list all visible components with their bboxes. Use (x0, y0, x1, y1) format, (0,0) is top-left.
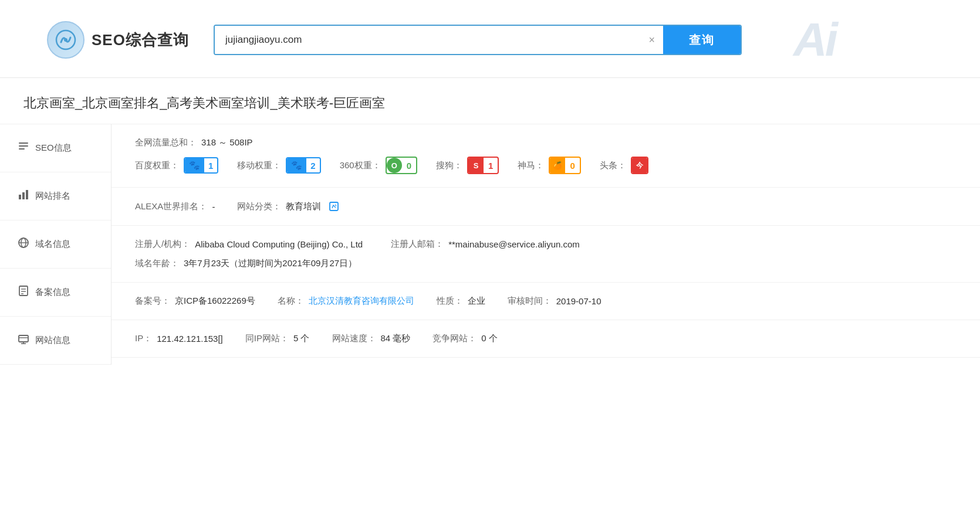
sogou-icon: S (468, 158, 484, 173)
sidebar-item-rank[interactable]: 网站排名 (0, 172, 111, 220)
website-section: IP： 121.42.121.153[] 同IP网站： 5 个 网站速度： 84… (111, 320, 980, 358)
rank-row: ALEXA世界排名： - 网站分类： 教育培训 (135, 201, 957, 212)
traffic-label: 全网流量总和： (135, 137, 197, 148)
logo-title: SEO综合查询 (92, 30, 189, 50)
baidu-label: 百度权重： (135, 160, 179, 171)
mobile-badge: 🐾 2 (286, 157, 320, 174)
mobile-icon: 🐾 (287, 158, 306, 172)
shenma-label: 神马： (518, 160, 544, 171)
mobile-num: 2 (306, 159, 319, 172)
traffic-row: 全网流量总和： 318 ～ 508IP (135, 137, 957, 148)
registrant-value: Alibaba Cloud Computing (Beijing) Co., L… (195, 239, 363, 249)
domain-section: 注册人/机构： Alibaba Cloud Computing (Beijing… (111, 226, 980, 283)
toutiao-label: 头条： (600, 160, 626, 171)
ip-value: 121.42.121.153[] (157, 334, 223, 344)
age-label: 域名年龄： (135, 258, 179, 269)
sogou-label: 搜狗： (436, 160, 462, 171)
toutiao-badge: 今 (631, 157, 648, 174)
shenma-badge: 🍊 0 (549, 157, 580, 174)
360-num: 0 (402, 159, 416, 172)
alexa-value: - (212, 202, 215, 212)
beian-name-label: 名称： (278, 296, 304, 307)
svg-rect-19 (330, 202, 338, 211)
speed-label: 网站速度： (332, 333, 376, 344)
svg-rect-15 (19, 335, 28, 342)
sidebar-item-seo[interactable]: SEO信息 (0, 124, 111, 172)
page-title: 北京画室_北京画室排名_高考美术画室培训_美术联考-巨匠画室 (0, 78, 980, 124)
shenma-icon: 🍊 (550, 158, 565, 173)
registrant-label: 注册人/机构： (135, 239, 190, 250)
domain-row1: 注册人/机构： Alibaba Cloud Computing (Beijing… (135, 239, 957, 250)
sidebar-item-domain[interactable]: 域名信息 (0, 220, 111, 269)
logo-area: SEO综合查询 (47, 21, 200, 59)
edit-category-button[interactable] (328, 201, 340, 212)
beian-nature-value: 企业 (468, 296, 485, 307)
website-icon (18, 333, 29, 348)
sidebar: SEO信息 网站排名 域名信息 (0, 124, 111, 365)
ai-text: Ai (768, 13, 861, 67)
sidebar-label-rank: 网站排名 (35, 191, 70, 202)
email-label: 注册人邮箱： (391, 239, 444, 250)
compete-label: 竞争网站： (432, 333, 477, 344)
beian-nature-label: 性质： (437, 296, 463, 307)
360-label: 360权重： (340, 160, 381, 171)
audit-label: 审核时间： (508, 296, 552, 307)
360-badge: O 0 (386, 157, 417, 174)
clear-button[interactable]: × (640, 26, 663, 54)
weights-row: 百度权重： 🐾 1 移动权重： 🐾 2 360权重： O 0 搜狗： (135, 157, 957, 174)
beian-name-link[interactable]: 北京汉清教育咨询有限公司 (309, 296, 414, 307)
baidu-badge: 🐾 1 (184, 157, 218, 174)
svg-rect-3 (19, 145, 28, 147)
svg-rect-6 (22, 192, 25, 199)
toutiao-icon: 今 (632, 158, 647, 173)
baidu-num: 1 (204, 159, 217, 172)
sogou-num: 1 (484, 159, 498, 172)
360-icon: O (387, 158, 402, 173)
svg-rect-7 (26, 190, 28, 199)
beian-section: 备案号： 京ICP备16022269号 名称： 北京汉清教育咨询有限公司 性质：… (111, 283, 980, 320)
same-ip-label: 同IP网站： (245, 333, 289, 344)
beian-number-value: 京ICP备16022269号 (175, 296, 255, 307)
seo-section: 全网流量总和： 318 ～ 508IP 百度权重： 🐾 1 移动权重： 🐾 2 … (111, 124, 980, 188)
domain-icon (18, 237, 29, 252)
sidebar-item-beian[interactable]: 备案信息 (0, 269, 111, 317)
same-ip-value: 5 个 (293, 333, 310, 344)
traffic-value: 318 ～ 508IP (201, 137, 253, 148)
email-value: **mainabuse@service.aliyun.com (448, 239, 580, 249)
baidu-icon: 🐾 (185, 158, 204, 172)
search-input[interactable] (215, 26, 640, 54)
seo-icon (18, 141, 29, 155)
main-content: SEO信息 网站排名 域名信息 (0, 124, 980, 365)
speed-value: 84 毫秒 (381, 333, 411, 344)
shenma-num: 0 (565, 159, 579, 172)
beian-icon (18, 285, 29, 300)
header: SEO综合查询 × 查询 Ai (0, 0, 980, 78)
category-label: 网站分类： (237, 201, 281, 212)
search-button[interactable]: 查询 (663, 26, 741, 54)
ip-label: IP： (135, 333, 152, 344)
svg-rect-5 (19, 195, 21, 199)
sogou-badge: S 1 (467, 157, 499, 174)
sidebar-label-domain: 域名信息 (35, 239, 70, 250)
beian-number-label: 备案号： (135, 296, 170, 307)
beian-row: 备案号： 京ICP备16022269号 名称： 北京汉清教育咨询有限公司 性质：… (135, 296, 957, 307)
content-area: 全网流量总和： 318 ～ 508IP 百度权重： 🐾 1 移动权重： 🐾 2 … (111, 124, 980, 365)
search-bar: × 查询 (214, 25, 742, 55)
sidebar-label-website: 网站信息 (35, 335, 70, 346)
logo-icon (47, 21, 85, 59)
svg-rect-2 (19, 142, 28, 144)
mobile-label: 移动权重： (237, 160, 281, 171)
website-row: IP： 121.42.121.153[] 同IP网站： 5 个 网站速度： 84… (135, 333, 957, 344)
sidebar-label-seo: SEO信息 (35, 142, 72, 154)
svg-rect-4 (19, 148, 25, 150)
rank-section: ALEXA世界排名： - 网站分类： 教育培训 (111, 188, 980, 226)
sidebar-item-website[interactable]: 网站信息 (0, 317, 111, 365)
alexa-label: ALEXA世界排名： (135, 201, 207, 212)
compete-value: 0 个 (481, 333, 498, 344)
category-value: 教育培训 (286, 201, 321, 212)
audit-value: 2019-07-10 (556, 296, 601, 306)
rank-icon (18, 189, 29, 203)
age-value: 3年7月23天（过期时间为2021年09月27日） (184, 258, 357, 269)
svg-point-1 (64, 38, 67, 42)
domain-row2: 域名年龄： 3年7月23天（过期时间为2021年09月27日） (135, 258, 957, 269)
